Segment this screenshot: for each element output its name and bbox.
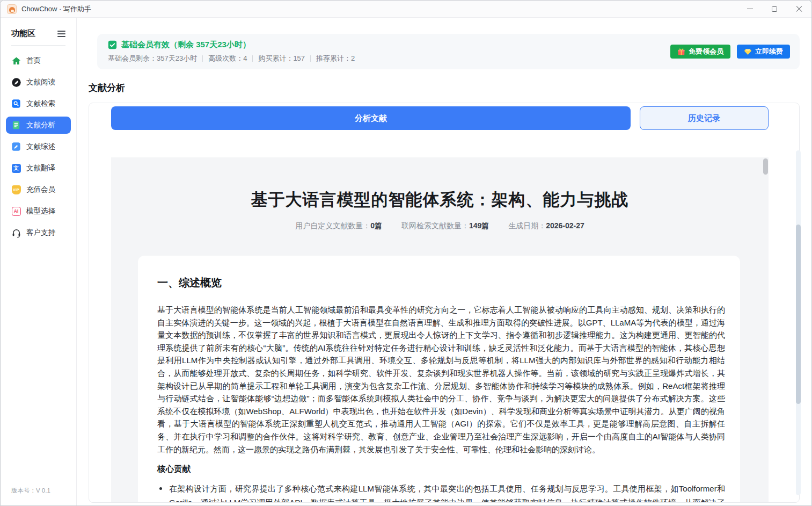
- page-scrollbar-thumb[interactable]: [796, 225, 801, 404]
- sidebar-item-label: 文献综述: [26, 142, 55, 151]
- list-item: 在架构设计方面，研究界提出了多种核心范式来构建LLM智能体系统，其中最突出的包括…: [157, 482, 725, 502]
- sidebar-item-label: 模型选择: [26, 206, 55, 216]
- renew-membership-button[interactable]: 立即续费: [737, 45, 790, 59]
- document-title: 基于大语言模型的智能体系统：架构、能力与挑战: [111, 189, 769, 211]
- gift-icon: [677, 48, 685, 56]
- section-heading: 一、综述概览: [157, 276, 725, 290]
- sidebar-item-review[interactable]: 文献综述: [6, 138, 71, 155]
- document-meta: 用户自定义文献数量：0篇 联网检索文献数量：149篇 生成日期：2026-02-…: [111, 221, 769, 231]
- sidebar-item-label: 首页: [26, 56, 41, 66]
- minimize-button[interactable]: [737, 1, 762, 17]
- sidebar-item-model[interactable]: AI 模型选择: [6, 203, 71, 220]
- tab-analyze-literature[interactable]: 分析文献: [111, 106, 631, 130]
- membership-stats: 基础会员剩余：357天23小时 高级次数：4 购买累计：157 推荐累计：2: [108, 54, 355, 63]
- edit-square-icon: [11, 141, 21, 152]
- titlebar: ChowChow · 写作助手: [1, 1, 811, 18]
- sidebar-item-label: 文献检索: [26, 99, 55, 109]
- search-doc-icon: [11, 98, 21, 109]
- divider: [252, 55, 253, 62]
- minimize-icon: [747, 9, 753, 10]
- overview-paragraph: 基于大语言模型的智能体系统是当前人工智能领域最前沿和最具变革性的研究方向之一，它…: [157, 303, 725, 456]
- menu-icon[interactable]: [57, 33, 65, 34]
- app-window: ChowChow · 写作助手 功能区 首页: [0, 0, 812, 506]
- close-button[interactable]: [787, 1, 811, 17]
- close-icon: [796, 6, 802, 12]
- tab-history[interactable]: 历史记录: [640, 106, 769, 130]
- page-scrollbar-track[interactable]: [796, 150, 801, 495]
- bullet-icon: [159, 487, 162, 490]
- ai-model-icon: AI: [12, 207, 21, 216]
- sidebar-item-label: 充值会员: [26, 185, 55, 194]
- headset-icon: [11, 227, 21, 238]
- home-icon: [11, 55, 21, 66]
- sidebar-item-label: 客户支持: [26, 228, 55, 237]
- sidebar-item-reading[interactable]: 文献阅读: [6, 74, 71, 91]
- sidebar-item-label: 文献分析: [26, 120, 55, 130]
- sidebar-item-search[interactable]: 文献检索: [6, 95, 71, 112]
- vip-badge-icon: VIP: [12, 185, 21, 194]
- sidebar-item-analysis[interactable]: 文献分析: [6, 117, 71, 134]
- document-scrollbar-thumb[interactable]: [763, 158, 768, 175]
- claim-membership-button[interactable]: 免费领会员: [670, 45, 730, 59]
- sidebar-item-home[interactable]: 首页: [6, 52, 71, 69]
- divider: [202, 55, 203, 62]
- membership-banner: 基础会员有效（剩余 357天23小时） 基础会员剩余：357天23小时 高级次数…: [97, 34, 800, 69]
- sidebar: 功能区 首页 文献阅读 文献检索: [1, 18, 77, 505]
- maximize-icon: [772, 6, 777, 12]
- overview-section-card: 一、综述概览 基于大语言模型的智能体系统是当前人工智能领域最前沿和最具变革性的研…: [138, 256, 740, 502]
- main-content: 基础会员有效（剩余 357天23小时） 基础会员剩余：357天23小时 高级次数…: [77, 18, 811, 505]
- divider: [11, 45, 65, 46]
- sidebar-item-label: 文献阅读: [26, 77, 55, 87]
- analysis-card: 分析文献 历史记录 基于大语言模型的智能体系统：架构、能力与挑战 用户自定义文献…: [89, 103, 800, 503]
- sidebar-item-label: 文献翻译: [26, 163, 55, 173]
- membership-status-text: 基础会员有效（剩余 357天23小时）: [121, 40, 251, 50]
- page-title: 文献分析: [89, 82, 800, 94]
- sidebar-item-vip[interactable]: VIP 充值会员: [6, 181, 71, 198]
- pen-circle-icon: [11, 77, 21, 88]
- maximize-button[interactable]: [762, 1, 787, 17]
- sidebar-item-translate[interactable]: 文 文献翻译: [6, 160, 71, 177]
- translate-icon: 文: [12, 164, 21, 173]
- check-badge-icon: [108, 40, 117, 49]
- sidebar-item-support[interactable]: 客户支持: [6, 224, 71, 241]
- app-logo-icon: [7, 4, 17, 14]
- diamond-icon: [744, 48, 752, 56]
- sidebar-title: 功能区: [11, 28, 35, 39]
- app-title: ChowChow · 写作助手: [21, 4, 91, 14]
- analysis-doc-icon: [11, 120, 21, 131]
- version-label: 版本号：V 0.1: [11, 487, 50, 495]
- subsection-heading: 核心贡献: [157, 464, 725, 475]
- divider: [310, 55, 311, 62]
- document-viewer[interactable]: 基于大语言模型的智能体系统：架构、能力与挑战 用户自定义文献数量：0篇 联网检索…: [111, 157, 769, 502]
